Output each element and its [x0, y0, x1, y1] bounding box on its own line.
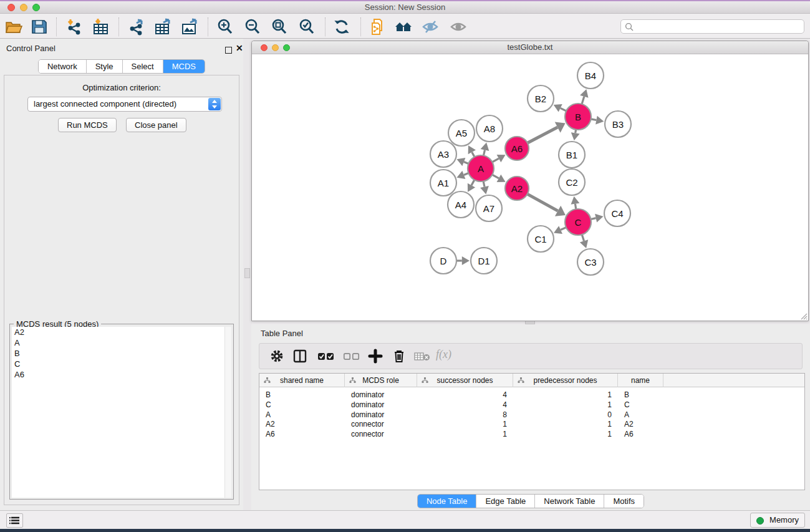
table-cell[interactable]: A	[259, 410, 345, 420]
table-cell[interactable]: 1	[513, 429, 618, 439]
table-cell[interactable]: 8	[417, 410, 513, 420]
import-table-icon[interactable]	[92, 18, 109, 36]
float-panel-icon[interactable]	[225, 45, 232, 56]
column-visibility-icon[interactable]	[292, 349, 307, 364]
column-header-name[interactable]: name	[618, 374, 663, 387]
table-cell[interactable]: connector	[345, 429, 417, 439]
refresh-icon[interactable]	[333, 18, 350, 36]
minimize-network-window-button[interactable]	[272, 44, 279, 51]
table-cell[interactable]: 1	[513, 390, 618, 400]
tab-network[interactable]: Network	[39, 60, 87, 73]
save-session-icon[interactable]	[31, 18, 48, 36]
mcds-result-item[interactable]: A2	[12, 327, 226, 337]
vertical-splitter[interactable]	[243, 39, 252, 510]
table-cell[interactable]: dominator	[345, 390, 417, 400]
task-history-button[interactable]	[6, 513, 23, 528]
mcds-list-scrollbar[interactable]	[224, 327, 231, 498]
close-network-window-button[interactable]	[261, 44, 268, 51]
mcds-result-item[interactable]: A6	[12, 369, 226, 380]
table-cell[interactable]: B	[618, 390, 663, 400]
table-cell[interactable]: dominator	[345, 410, 417, 420]
zoom-window-button[interactable]	[32, 4, 40, 11]
table-row[interactable]: Bdominator41B	[259, 390, 804, 400]
table-cell[interactable]: C	[259, 400, 345, 410]
tab-mcds[interactable]: MCDS	[163, 60, 205, 73]
export-image-icon[interactable]	[181, 18, 198, 36]
select-all-columns-icon[interactable]	[317, 349, 335, 364]
table-cell[interactable]: C	[618, 400, 663, 410]
tab-select[interactable]: Select	[123, 60, 163, 73]
main-titlebar: Session: New Session	[0, 1, 810, 14]
add-column-icon[interactable]	[368, 349, 383, 364]
graph-node-label: A6	[511, 143, 523, 154]
table-row[interactable]: Cdominator41C	[259, 400, 804, 410]
network-window-titlebar: testGlobe.txt	[252, 41, 808, 54]
zoom-fit-icon[interactable]	[271, 18, 288, 36]
table-cell[interactable]: 1	[417, 429, 513, 439]
table-cell[interactable]: A	[618, 410, 663, 420]
table-cell[interactable]: A6	[259, 429, 345, 439]
delete-column-icon[interactable]	[392, 349, 407, 364]
table-cell[interactable]: 1	[513, 419, 618, 429]
table-settings-gear-icon[interactable]	[269, 349, 284, 364]
table-cell[interactable]: 4	[417, 400, 513, 410]
tab-style[interactable]: Style	[87, 60, 123, 73]
close-panel-button[interactable]: Close panel	[126, 118, 186, 132]
show-all-icon[interactable]	[450, 18, 467, 36]
table-cell[interactable]: 0	[513, 410, 618, 420]
table-cell[interactable]: 1	[513, 400, 618, 410]
vertical-splitter-handle[interactable]	[244, 268, 250, 278]
window-resize-gripper[interactable]	[799, 312, 808, 320]
zoom-selected-icon[interactable]	[298, 18, 316, 36]
column-header-shared-name[interactable]: shared name	[259, 374, 345, 387]
table-cell[interactable]: A2	[618, 419, 663, 429]
table-row[interactable]: A6connector11A6	[259, 429, 804, 439]
table-row[interactable]: Adominator80A	[259, 410, 804, 420]
minimize-window-button[interactable]	[20, 4, 27, 11]
tab-edge-table[interactable]: Edge Table	[476, 495, 535, 508]
mcds-result-item[interactable]: B	[12, 348, 226, 359]
column-header-MCDS-role[interactable]: MCDS role	[345, 374, 417, 387]
control-panel: Control Panel ✕ NetworkStyleSelectMCDS O…	[0, 39, 243, 510]
search-input[interactable]	[636, 21, 801, 32]
zoom-out-icon[interactable]	[244, 18, 261, 36]
table-cell[interactable]: 1	[417, 419, 513, 429]
mcds-result-list[interactable]: A2ABCA6	[12, 327, 226, 498]
graph-node-label: B1	[566, 150, 577, 160]
column-header-predecessor-nodes[interactable]: predecessor nodes	[513, 374, 618, 387]
table-cell[interactable]: A2	[259, 419, 345, 429]
table-cell[interactable]: B	[259, 390, 345, 400]
first-neighbors-icon[interactable]	[395, 18, 412, 36]
table-row[interactable]: A2connector11A2	[259, 419, 804, 429]
edge-arrowhead	[580, 89, 588, 98]
import-network-icon[interactable]	[65, 18, 83, 36]
table-cell[interactable]: dominator	[345, 400, 417, 410]
export-network-icon[interactable]	[128, 18, 145, 36]
mcds-result-item[interactable]: A	[12, 337, 226, 348]
new-network-from-selection-icon[interactable]	[369, 18, 387, 36]
tab-node-table[interactable]: Node Table	[418, 495, 477, 508]
open-session-icon[interactable]	[5, 18, 22, 36]
function-builder-icon[interactable]: f(x)	[436, 348, 451, 361]
tab-motifs[interactable]: Motifs	[604, 495, 644, 508]
delete-table-icon[interactable]	[414, 352, 430, 362]
deselect-all-columns-icon[interactable]	[342, 349, 361, 364]
network-canvas[interactable]: B4B2BB3A5A8A6B1A3AA1C2A2A4A7C4CC1C3DD1	[252, 54, 808, 321]
close-panel-icon[interactable]: ✕	[236, 45, 243, 52]
table-cell[interactable]: 4	[417, 390, 513, 400]
run-mcds-button[interactable]: Run MCDS	[58, 118, 117, 132]
hide-selected-icon[interactable]	[422, 18, 439, 36]
table-cell[interactable]: A6	[618, 429, 663, 439]
export-table-icon[interactable]	[154, 18, 171, 36]
column-header-successor-nodes[interactable]: successor nodes	[417, 374, 513, 387]
table-panel-toolbar: f(x)	[259, 343, 803, 369]
memory-button[interactable]: Memory	[750, 513, 805, 528]
zoom-in-icon[interactable]	[216, 18, 234, 36]
close-window-button[interactable]	[7, 4, 15, 11]
criterion-dropdown[interactable]: largest connected component (directed)	[27, 97, 222, 112]
table-cell[interactable]: connector	[345, 419, 417, 429]
mcds-result-item[interactable]: C	[12, 359, 226, 369]
tab-network-table[interactable]: Network Table	[535, 495, 604, 508]
edge-arrowhead	[481, 142, 489, 150]
zoom-network-window-button[interactable]	[283, 44, 290, 51]
